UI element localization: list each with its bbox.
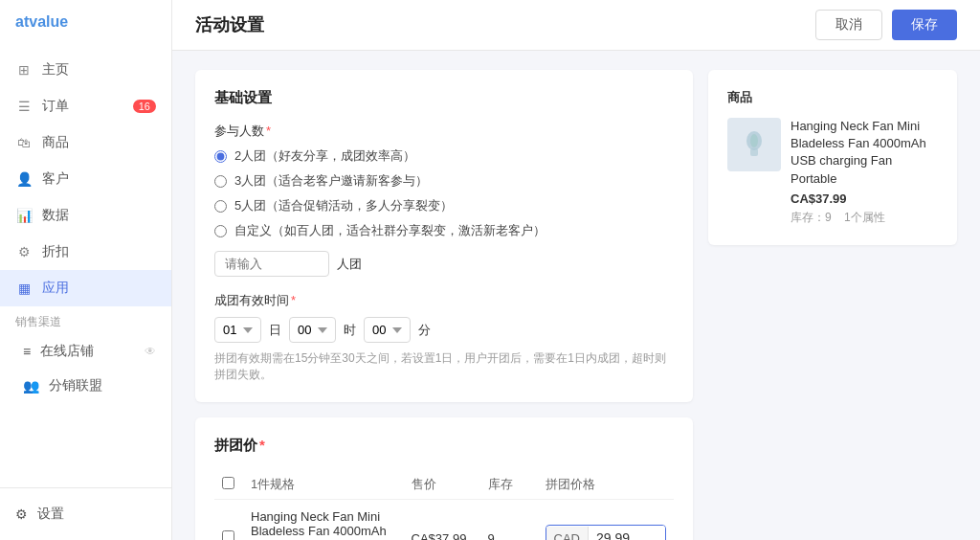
duration-label: 成团有效时间* — [214, 292, 674, 309]
participants-option-3[interactable]: 3人团（适合老客户邀请新客参与） — [214, 172, 674, 190]
basic-settings-card: 基础设置 参与人数* 2人团（好友分享，成团效率高） 3人团（适合老客户邀请新客… — [195, 70, 693, 402]
minute-label: 分 — [418, 322, 431, 339]
duration-hint: 拼团有效期需在15分钟至30天之间，若设置1日，用户开团后，需要在1日内成团，超… — [214, 350, 674, 383]
page-title: 活动设置 — [195, 13, 264, 36]
group-price-input[interactable] — [589, 526, 665, 540]
duration-day-select[interactable]: 01 — [214, 317, 261, 343]
sidebar-item-affiliate[interactable]: 👥 分销联盟 — [0, 369, 171, 403]
cancel-button[interactable]: 取消 — [815, 10, 882, 40]
day-label: 日 — [269, 322, 281, 339]
orders-badge: 16 — [133, 100, 156, 113]
product-price: CA$37.99 — [791, 191, 938, 206]
store-icon: ≡ — [23, 344, 31, 359]
product-card-title: 商品 — [727, 89, 938, 106]
row-stock: 9 — [480, 500, 538, 541]
sidebar-item-orders[interactable]: ☰ 订单 16 — [0, 88, 171, 124]
select-all-checkbox[interactable] — [222, 477, 234, 489]
sidebar-nav: ⊞ 主页 ☰ 订单 16 🛍 商品 👤 客户 📊 数据 ⚙ 折扣 ▦ 应用 销售… — [0, 44, 171, 487]
basic-settings-title: 基础设置 — [214, 89, 674, 107]
row-checkbox[interactable] — [222, 530, 234, 540]
group-price-currency: CAD — [546, 527, 589, 541]
group-price-title: 拼团价* — [214, 437, 674, 455]
svg-point-1 — [750, 134, 758, 147]
sidebar-bottom: ⚙ 设置 — [0, 487, 171, 540]
header-actions: 取消 保存 — [815, 10, 957, 40]
row-spec: Hanging Neck Fan Mini Bladeless Fan 4000… — [243, 500, 404, 541]
settings-icon: ⚙ — [15, 506, 28, 522]
sidebar-item-online-store[interactable]: ≡ 在线店铺 👁 — [0, 334, 171, 369]
col-group-price: 拼团价格 — [538, 470, 674, 500]
participants-option-custom[interactable]: 自定义（如百人团，适合社群分享裂变，激活新老客户） — [214, 222, 674, 239]
participants-option-2[interactable]: 2人团（好友分享，成团效率高） — [214, 147, 674, 165]
product-thumbnail-icon — [737, 127, 771, 162]
row-group-price: CAD — [538, 500, 674, 541]
sidebar-item-data[interactable]: 📊 数据 — [0, 197, 171, 234]
customers-icon: 👤 — [15, 170, 33, 188]
page-content: 基础设置 参与人数* 2人团（好友分享，成团效率高） 3人团（适合老客户邀请新客… — [172, 51, 980, 540]
orders-icon: ☰ — [15, 98, 33, 115]
content-left: 基础设置 参与人数* 2人团（好友分享，成团效率高） 3人团（适合老客户邀请新客… — [195, 70, 693, 521]
sidebar: atvalue ⊞ 主页 ☰ 订单 16 🛍 商品 👤 客户 📊 数据 ⚙ 折扣… — [0, 0, 172, 540]
sidebar-item-products[interactable]: 🛍 商品 — [0, 124, 171, 161]
save-button[interactable]: 保存 — [892, 10, 957, 40]
sidebar-item-home[interactable]: ⊞ 主页 — [0, 52, 171, 88]
duration-minute-select[interactable]: 00 — [364, 317, 411, 343]
participants-label: 参与人数* — [214, 123, 674, 140]
sidebar-item-settings[interactable]: ⚙ 设置 — [0, 496, 171, 532]
custom-participants-input[interactable] — [214, 251, 329, 277]
group-price-input-wrapper: CAD — [546, 525, 666, 540]
product-image — [727, 118, 781, 171]
custom-participants-suffix: 人团 — [337, 256, 362, 273]
apps-icon: ▦ — [15, 280, 33, 297]
product-info: Hanging Neck Fan Mini Bladeless Fan 4000… — [727, 118, 938, 226]
discounts-icon: ⚙ — [15, 243, 33, 260]
col-price: 售价 — [404, 470, 480, 500]
svg-rect-2 — [750, 148, 758, 156]
affiliate-icon: 👥 — [23, 378, 39, 394]
main-area: 活动设置 取消 保存 基础设置 参与人数* 2人团（好友分享，成团效率高） — [172, 0, 980, 540]
brand-logo: atvalue — [0, 0, 171, 44]
custom-participants-row: 人团 — [214, 251, 674, 277]
duration-hour-select[interactable]: 00 — [289, 317, 336, 343]
home-icon: ⊞ — [15, 61, 33, 79]
sidebar-item-discounts[interactable]: ⚙ 折扣 — [0, 234, 171, 270]
store-toggle-icon: 👁 — [145, 345, 156, 358]
table-row: Hanging Neck Fan Mini Bladeless Fan 4000… — [214, 500, 674, 541]
participants-radio-group: 2人团（好友分享，成团效率高） 3人团（适合老客户邀请新客参与） 5人团（适合促… — [214, 147, 674, 239]
row-check — [214, 500, 243, 541]
sales-channel-title: 销售渠道 — [0, 306, 171, 334]
sidebar-item-customers[interactable]: 👤 客户 — [0, 161, 171, 197]
col-stock: 库存 — [480, 470, 538, 500]
data-icon: 📊 — [15, 207, 33, 224]
hour-label: 时 — [344, 322, 356, 339]
product-details: Hanging Neck Fan Mini Bladeless Fan 4000… — [791, 118, 938, 226]
row-price: CA$37.99 — [404, 500, 480, 541]
col-spec: 1件规格 — [243, 470, 404, 500]
product-name: Hanging Neck Fan Mini Bladeless Fan 4000… — [791, 118, 938, 188]
participants-option-5[interactable]: 5人团（适合促销活动，多人分享裂变） — [214, 197, 674, 214]
product-meta: 库存：9 1个属性 — [791, 210, 938, 226]
page-header: 活动设置 取消 保存 — [172, 0, 980, 51]
products-icon: 🛍 — [15, 134, 33, 151]
content-right: 商品 Hanging Neck Fan Mini Bladeless Fan 4… — [708, 70, 957, 521]
duration-time-row: 01 日 00 时 00 分 — [214, 317, 674, 343]
group-price-card: 拼团价* 1件规格 售价 库存 拼团价格 — [195, 417, 693, 540]
product-info-card: 商品 Hanging Neck Fan Mini Bladeless Fan 4… — [708, 70, 957, 245]
group-price-table: 1件规格 售价 库存 拼团价格 Hanging Neck Fan Mini Bl… — [214, 470, 674, 540]
col-check — [214, 470, 243, 500]
sidebar-item-apps[interactable]: ▦ 应用 — [0, 270, 171, 306]
